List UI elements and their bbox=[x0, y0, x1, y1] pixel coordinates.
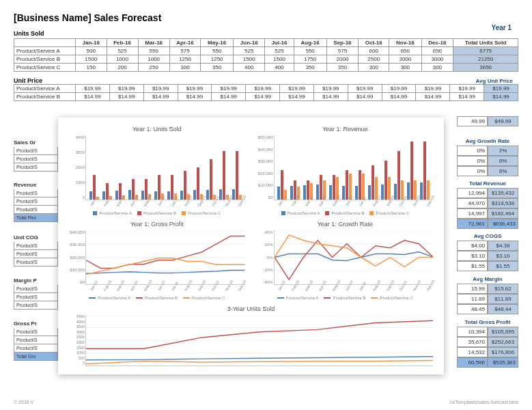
table-row: Product/Service C15020025030035040040035… bbox=[14, 64, 518, 72]
units-sold-table: Jan-16Feb-16Mar-16Apr-16May-16Jun-16Jul-… bbox=[14, 38, 518, 72]
chart-growth-rate: Year 1: Growth Rate 40%20%0%-20%-40% Jan… bbox=[255, 221, 436, 300]
year-label: Year 1 bbox=[492, 24, 512, 31]
right-strip-margin: Avg Margin 15.99$15.62 11.89$11.89 48.45… bbox=[457, 273, 518, 314]
chart-revenue: Year 1: Revenue $50,000$40,000$30,000$20… bbox=[255, 126, 436, 215]
table-row: Product/Service B$14.99$14.99$14.99$14.9… bbox=[14, 93, 518, 101]
chart-gross-profit: Year 1: Gross Profit $40,000$30,000$20,0… bbox=[66, 221, 248, 300]
chart-units-sold: Year 1: Units Sold 40003000200010000 Jan… bbox=[66, 126, 248, 215]
unit-price-table: Product/Service A$19.99$19.99$19.99$19.9… bbox=[14, 84, 518, 101]
charts-panel: Year 1: Units Sold 40003000200010000 Jan… bbox=[58, 118, 444, 374]
left-stub-revenue: Revenue Product/S Product/S Product/S To… bbox=[14, 178, 58, 222]
table-row: Product/Service A50052555057555052552555… bbox=[14, 47, 518, 55]
left-stub-salesgrowth: Sales Gr Product/S Product/S Product/S bbox=[14, 135, 58, 172]
avg-unit-price-label: Avg Unit Price bbox=[476, 78, 513, 84]
footer: © 2016 VceTemplates/sales-forecast.html bbox=[14, 400, 518, 405]
right-strip-cogs: Avg COGS $4.00$4.38 $3.10$3.10 $1.55$1.5… bbox=[457, 230, 518, 271]
section-unit-price: Unit Price bbox=[14, 77, 42, 84]
right-strip-gp: Total Gross Profit 10,394$105,895 35,670… bbox=[457, 316, 518, 368]
table-row: Product/Service B15001000100012501250150… bbox=[14, 55, 518, 64]
left-stub-cogs: Unit COG Product/S Product/S Product/S bbox=[14, 230, 58, 266]
left-stub-gp: Gross Pr Product/S Product/S Product/S T… bbox=[14, 316, 58, 361]
page-title: [Business Name] Sales Forecast bbox=[14, 12, 518, 23]
right-strip-growth: Avg Growth Rate 0%2% 0%8% 0%8% bbox=[457, 135, 518, 176]
right-strip-third-price: 49.99$49.99 bbox=[457, 116, 518, 126]
left-stub-margin: Margin P Product/S Product/S Product/S bbox=[14, 273, 58, 310]
right-strip-revenue: Total Revenue 12,994$135,432 44,970$318,… bbox=[457, 178, 518, 229]
chart-3year: 3-Year Units Sold 4500400035003000250020… bbox=[66, 305, 436, 366]
table-row: Product/Service A$19.99$19.99$19.99$19.9… bbox=[14, 85, 518, 93]
section-units-sold: Units Sold bbox=[14, 30, 518, 37]
